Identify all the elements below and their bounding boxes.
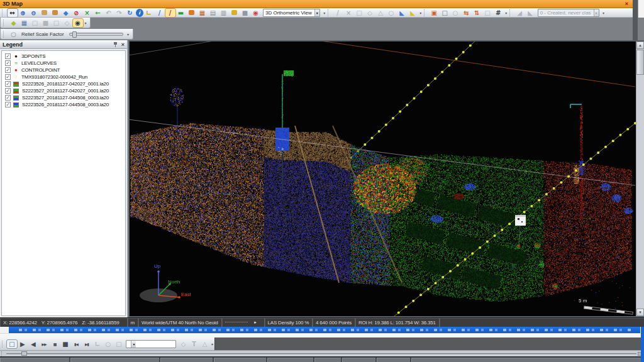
legend-item[interactable]: ✓●3DPOINTS xyxy=(2,53,125,60)
legend-item-checkbox[interactable]: ✓ xyxy=(5,95,11,101)
map-view-icon[interactable]: ◆ xyxy=(9,19,19,27)
camera-run-icon[interactable]: ▤ xyxy=(208,9,218,17)
toolbar-grip[interactable] xyxy=(328,9,331,16)
previous-view-icon[interactable]: ← xyxy=(93,9,103,17)
close-icon[interactable]: × xyxy=(121,41,125,48)
legend-item[interactable]: ✓/TMX9318072302-000042_Run xyxy=(2,74,125,80)
slider-track[interactable] xyxy=(225,322,248,324)
grid-cell[interactable] xyxy=(267,358,314,362)
point-grid-icon[interactable]: # xyxy=(493,9,503,17)
visibility-eye-icon[interactable]: ◉ xyxy=(73,19,83,27)
relief-scale-slider[interactable] xyxy=(69,33,123,36)
grid-cell[interactable] xyxy=(377,358,411,362)
toolbar-grip[interactable] xyxy=(3,31,6,38)
selected-record-row[interactable] xyxy=(9,327,640,333)
skip-start-icon[interactable]: ▮◀ xyxy=(71,340,81,348)
roundabout-icon[interactable]: ◉ xyxy=(251,9,261,17)
zoom-out-icon[interactable]: ⊖ xyxy=(29,9,39,17)
toolbar-overflow-icon[interactable]: ▾ xyxy=(504,11,509,15)
3d-viewport[interactable]: ▲ ▼ Up North East 5 m xyxy=(128,40,644,317)
chevron-down-icon[interactable]: ▾ xyxy=(314,9,319,16)
grid-cell[interactable] xyxy=(314,358,342,362)
flip-vertical-icon[interactable]: ⇅ xyxy=(472,9,482,17)
slider-arrow-icon[interactable]: ▸ xyxy=(254,320,256,325)
truck-icon[interactable] xyxy=(230,9,240,17)
legend-item[interactable]: ✓S2223527_20181127-044508_0003.la20 xyxy=(2,94,125,101)
timeline-track[interactable] xyxy=(0,350,644,356)
box-select-icon[interactable]: ■ xyxy=(240,9,250,17)
refresh-view-icon[interactable]: ↻ xyxy=(125,9,135,17)
toolbar-overflow-icon[interactable]: ▾ xyxy=(418,11,423,15)
track-thumb[interactable] xyxy=(21,351,27,356)
flag-blue-icon[interactable]: ◣ xyxy=(397,9,407,17)
angle-tool-icon[interactable]: ∟ xyxy=(144,9,154,17)
toolbar-overflow-icon[interactable]: ▾ xyxy=(83,21,88,25)
toolbar-overflow-icon[interactable]: ▾ xyxy=(322,11,327,15)
toolbar-grip[interactable] xyxy=(3,19,6,26)
viewport-scrollbar[interactable]: ▲ ▼ xyxy=(636,41,644,316)
move-tool-icon[interactable]: ↔ xyxy=(8,9,18,17)
grid-cell[interactable] xyxy=(214,358,267,362)
grid-cell[interactable] xyxy=(411,358,644,362)
legend-item[interactable]: ✓≈LEVELCURVES xyxy=(2,60,125,67)
poi-icon[interactable] xyxy=(187,9,197,17)
toolbar-grip[interactable] xyxy=(2,9,5,16)
info-icon[interactable]: i xyxy=(136,9,143,17)
legend-item-checkbox[interactable]: ✓ xyxy=(5,53,11,59)
legend-item-checkbox[interactable]: ✓ xyxy=(5,81,11,87)
pause-icon[interactable]: ▮▮ xyxy=(50,340,60,348)
select-area-icon[interactable]: ▣ xyxy=(429,9,439,17)
scrollbar-thumb[interactable] xyxy=(636,50,644,75)
no-rotate-icon[interactable]: ⊘ xyxy=(72,9,82,17)
legend-item[interactable]: ✓S2223527_20181127-042027_0001.la20 xyxy=(2,87,125,94)
playback-combo[interactable]: ▾ xyxy=(126,340,176,348)
fast-forward-icon[interactable]: ▶▶ xyxy=(39,340,49,348)
track-groove[interactable] xyxy=(6,353,636,354)
density-slider[interactable]: ▸ xyxy=(222,318,265,327)
slider-thumb[interactable] xyxy=(72,31,77,38)
toolbar-overflow-icon[interactable]: ▾ xyxy=(601,11,606,15)
fit-view-icon[interactable]: × xyxy=(82,9,92,17)
grid-cell[interactable] xyxy=(70,358,160,362)
measure-tool-icon[interactable]: / xyxy=(155,9,165,17)
scroll-down-icon[interactable]: ▼ xyxy=(636,309,644,316)
display-frame-icon[interactable]: □ xyxy=(7,340,17,348)
legend-item-checkbox[interactable]: ✓ xyxy=(5,67,11,73)
viewport-canvas[interactable] xyxy=(130,41,636,316)
pan-hand-icon[interactable] xyxy=(40,9,50,17)
vehicle-icon[interactable]: ▬ xyxy=(176,9,186,17)
legend-item-checkbox[interactable]: ✓ xyxy=(5,74,11,80)
legend-item-checkbox[interactable]: ✓ xyxy=(5,60,11,66)
legend-item[interactable]: ✓S2223526_20181127-042027_0001.la20 xyxy=(2,80,125,87)
skip-end-icon[interactable]: ▶▮ xyxy=(82,340,92,348)
legend-item[interactable]: ✓●CONTROLPOINT xyxy=(2,67,125,74)
legend-item-checkbox[interactable]: ✓ xyxy=(5,88,11,94)
toolbar-overflow-icon[interactable]: ▾ xyxy=(210,342,214,346)
camera-run-alt-icon[interactable]: ▥ xyxy=(219,9,229,17)
scroll-up-icon[interactable]: ▲ xyxy=(636,41,644,49)
flag-yellow-icon[interactable]: ◣ xyxy=(408,9,418,17)
flip-horizontal-icon[interactable]: ⇆ xyxy=(461,9,471,17)
legend-item-checkbox[interactable]: ✓ xyxy=(5,102,11,107)
grid-cell[interactable] xyxy=(160,358,214,362)
chevron-down-icon[interactable]: ▾ xyxy=(131,341,136,348)
close-icon[interactable]: × xyxy=(623,1,630,7)
toolbar-grip[interactable] xyxy=(509,9,513,16)
step-back-icon[interactable]: ◀ xyxy=(28,340,38,348)
orbit-view-icon[interactable]: ◆ xyxy=(61,9,71,17)
query-hand-icon[interactable]: ○ xyxy=(9,30,19,38)
draw-line-tool-icon[interactable]: / xyxy=(165,9,175,17)
grid-cell[interactable] xyxy=(342,358,377,362)
toolbar-grip[interactable] xyxy=(424,9,427,16)
view-mode-dropdown[interactable]: 3D Orthometric View ▾ xyxy=(263,9,320,17)
table-view-icon[interactable]: ▦ xyxy=(19,19,30,27)
legend-item[interactable]: ✓S2223526_20181127-044508_0003.la20 xyxy=(2,101,125,108)
window-titlebar[interactable]: 3D Map × xyxy=(0,0,633,8)
grid-cell[interactable] xyxy=(0,358,70,362)
stop-icon[interactable]: ■ xyxy=(60,340,70,348)
toolbar-overflow-icon[interactable]: ▾ xyxy=(126,32,131,36)
play-icon[interactable]: ▶ xyxy=(18,340,28,348)
zoom-in-icon[interactable]: ⊕ xyxy=(18,9,28,17)
cell-grid-icon[interactable]: ▦ xyxy=(197,9,208,17)
select-rect-icon[interactable]: □ xyxy=(440,9,450,17)
